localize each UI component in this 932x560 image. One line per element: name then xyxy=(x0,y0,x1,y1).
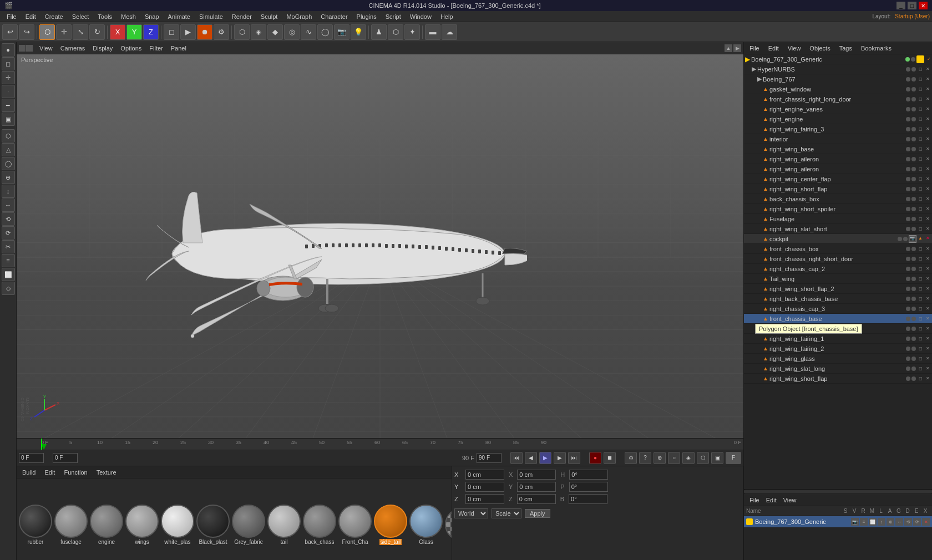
rp-view[interactable]: View xyxy=(784,44,804,52)
hier-dot2-rcc3[interactable] xyxy=(911,307,916,311)
int-ctrl1[interactable]: ◻ xyxy=(917,136,924,142)
scale-mode-select[interactable]: Scale Size xyxy=(492,508,521,518)
hier-dot1-cockpit[interactable] xyxy=(898,237,902,241)
gasket-ctrl2[interactable]: ✕ xyxy=(924,86,931,93)
move-button[interactable]: ✛ xyxy=(56,24,72,40)
twr-ctrl2[interactable]: ✕ xyxy=(924,325,931,332)
menu-create[interactable]: Create xyxy=(40,12,68,21)
ob-view[interactable]: View xyxy=(780,496,800,504)
playhead[interactable] xyxy=(41,439,42,450)
render-view-button[interactable]: ▶ xyxy=(180,24,196,40)
hier-dot1-rcc3[interactable] xyxy=(906,307,910,311)
menu-select[interactable]: Select xyxy=(68,12,94,21)
fcbase-ctrl2[interactable]: ✕ xyxy=(924,315,931,322)
hier-dot2-hypernurbs[interactable] xyxy=(911,67,916,72)
rwslats-ctrl2[interactable]: ✕ xyxy=(924,226,931,232)
goto-end-button[interactable]: ⏭ xyxy=(568,452,580,464)
hier-item-right-engine[interactable]: ▲ right_engine ◻ ✕ xyxy=(744,114,932,124)
rev-ctrl1[interactable]: ◻ xyxy=(917,106,924,113)
hier-dot2-rwsf[interactable] xyxy=(911,187,916,191)
hier-dot2-fcbase[interactable] xyxy=(911,317,916,321)
vp-display[interactable]: Display xyxy=(89,44,116,52)
hier-dot1-gasket[interactable] xyxy=(906,87,910,91)
hier-item-fcrsd[interactable]: ▲ front_chassis_right_short_door ◻ ✕ xyxy=(744,254,932,264)
nurbs-button[interactable]: ◯ xyxy=(317,24,333,40)
hier-item-front-chassis-rld[interactable]: ▲ front_chassis_right_long_door ◻ ✕ xyxy=(744,94,932,104)
rwg-ctrl1[interactable]: ◻ xyxy=(917,355,924,362)
rbcb-ctrl2[interactable]: ✕ xyxy=(924,296,931,302)
z-axis-button[interactable]: Z xyxy=(143,24,159,40)
hier-dot1-bcb[interactable] xyxy=(906,197,910,201)
rwa2-ctrl2[interactable]: ✕ xyxy=(924,166,931,172)
re-ctrl2[interactable]: ✕ xyxy=(924,116,931,123)
coord-b-val[interactable] xyxy=(569,494,607,504)
menu-simulate[interactable]: Simulate xyxy=(195,12,227,21)
hier-dot1-fuselage[interactable] xyxy=(906,217,910,221)
material-fuselage[interactable]: fuselage xyxy=(54,505,88,545)
start-frame-input[interactable] xyxy=(53,453,78,463)
tool-texture[interactable]: ◻ xyxy=(2,57,15,70)
hier-dot1-rwsl[interactable] xyxy=(906,366,910,371)
boeing767-ctrl1[interactable]: ◻ xyxy=(917,76,924,83)
tc-btn-2[interactable]: ? xyxy=(639,452,651,464)
rwslats-ctrl1[interactable]: ◻ xyxy=(917,226,924,232)
coord-y-pos[interactable] xyxy=(465,482,504,492)
hier-dot2-rwg[interactable] xyxy=(911,357,916,361)
tool-8[interactable]: ⟳ xyxy=(2,226,15,240)
menu-snap[interactable]: Snap xyxy=(140,12,164,21)
hier-item-rcc2[interactable]: ▲ right_chassis_cap_2 ◻ ✕ xyxy=(744,264,932,274)
rwb-ctrl1[interactable]: ◻ xyxy=(917,146,924,152)
tw-ctrl2[interactable]: ✕ xyxy=(924,276,931,282)
obj-ctrl-5[interactable]: ↔ xyxy=(895,518,903,526)
hier-scrollbar[interactable] xyxy=(744,489,932,493)
hier-dot2-rwf2[interactable] xyxy=(911,347,916,351)
rwf3-ctrl2[interactable]: ✕ xyxy=(924,126,931,133)
rwf2-ctrl1[interactable]: ◻ xyxy=(917,345,924,352)
hier-dot2-cockpit[interactable] xyxy=(903,237,908,241)
int-ctrl2[interactable]: ✕ xyxy=(924,136,931,142)
rotate-button[interactable]: ↻ xyxy=(89,24,105,40)
spline-button[interactable]: ∿ xyxy=(301,24,316,40)
hypernurbs-ctrl1[interactable]: ◻ xyxy=(917,66,924,73)
tool-10[interactable]: ≡ xyxy=(2,254,15,267)
hier-item-rwa1[interactable]: ▲ right_wing_aileron ◻ ✕ xyxy=(744,154,932,164)
mat-texture[interactable]: Texture xyxy=(93,469,120,476)
rwsf-ctrl1[interactable]: ◻ xyxy=(917,186,924,192)
obj-ctrl-3[interactable]: ↕ xyxy=(878,518,885,526)
hypernurbs-ctrl2[interactable]: ✕ xyxy=(924,66,931,73)
hier-item-fuselage[interactable]: ▲ Fuselage ◻ ✕ xyxy=(744,214,932,224)
next-frame-button[interactable]: ▶ xyxy=(554,452,566,464)
coord-y-size[interactable] xyxy=(517,482,556,492)
rev-ctrl2[interactable]: ✕ xyxy=(924,106,931,113)
scale-button[interactable]: ⤡ xyxy=(73,24,88,40)
hier-dot1-rwb[interactable] xyxy=(906,147,910,151)
hier-dot2-rev[interactable] xyxy=(911,107,916,111)
mat-build[interactable]: Build xyxy=(19,469,39,476)
minimize-button[interactable]: _ xyxy=(896,2,905,9)
character-btn[interactable]: ♟ xyxy=(371,24,387,40)
apply-button[interactable]: Apply xyxy=(525,509,550,518)
goto-start-button[interactable]: ⏮ xyxy=(510,452,523,464)
hier-dot1-rbcb[interactable] xyxy=(906,297,910,301)
material-checker[interactable] xyxy=(445,508,452,542)
material-side-tail[interactable]: side_tail xyxy=(374,505,407,545)
hier-dot1-rwslats[interactable] xyxy=(906,227,910,231)
undo-button[interactable]: ↩ xyxy=(2,24,18,40)
hier-item-rwf1[interactable]: ▲ right_wing_fairing_1 ◻ ✕ xyxy=(744,334,932,344)
material-front-cha[interactable]: Front_Cha xyxy=(338,505,372,545)
coord-x-size[interactable] xyxy=(517,470,556,480)
fcrsd-ctrl1[interactable]: ◻ xyxy=(917,256,924,262)
coord-h-val[interactable] xyxy=(569,470,608,480)
hier-dot2-re[interactable] xyxy=(911,117,916,121)
obj-selected-row[interactable]: Boeing_767_300_Generic 📷 ≡ ⬜ ↕ ⊕ ↔ ⟲ ⟳ ✕ xyxy=(744,516,932,527)
boeing767-ctrl2[interactable]: ✕ xyxy=(924,76,931,83)
record-button[interactable]: ● xyxy=(589,452,601,464)
hier-item-rwsl[interactable]: ▲ right_wing_slat_long ◻ ✕ xyxy=(744,364,932,374)
hier-item-bcb[interactable]: ▲ back_chassis_box ◻ ✕ xyxy=(744,194,932,204)
rcc2-ctrl1[interactable]: ◻ xyxy=(917,266,924,272)
live-selection-button[interactable]: ⬡ xyxy=(39,24,55,40)
hier-dot1-fcrsd[interactable] xyxy=(906,257,910,261)
cockpit-special-ctrl[interactable]: 📷 xyxy=(909,235,916,243)
hier-eye-dot-root[interactable] xyxy=(905,57,910,62)
hier-dot1-rev[interactable] xyxy=(906,107,910,111)
